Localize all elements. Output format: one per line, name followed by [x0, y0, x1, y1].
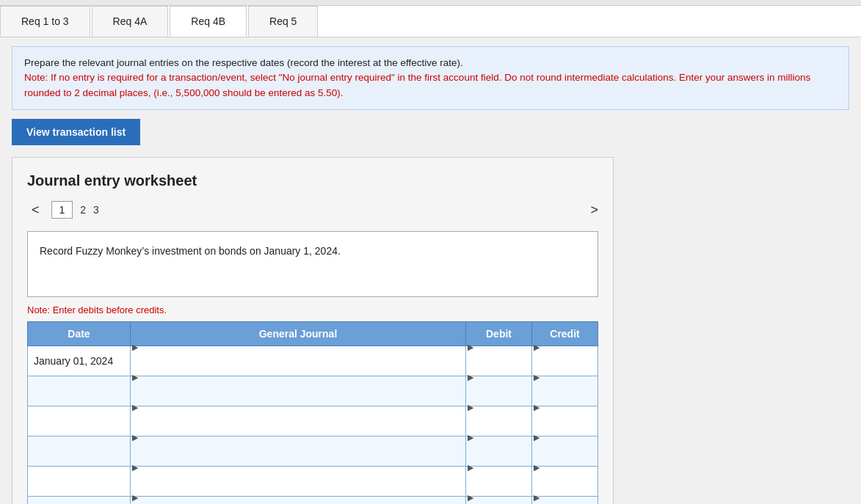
row-1-debit-arrow-icon: ▶ — [466, 343, 475, 351]
current-page-number[interactable]: 1 — [51, 201, 73, 219]
info-note-text: Note: If no entry is required for a tran… — [24, 72, 810, 98]
row-3-credit-arrow-icon: ▶ — [532, 403, 541, 412]
row-2-journal-input[interactable] — [131, 382, 465, 412]
tab-req4b[interactable]: Req 4B — [170, 6, 247, 37]
tab-req4a[interactable]: Req 4A — [92, 6, 169, 37]
row-1-debit-input[interactable] — [466, 352, 531, 381]
table-body: January 01, 2024 ▶ ▶ ▶ ▶ — [28, 346, 598, 504]
row-5-journal-input[interactable] — [131, 472, 465, 502]
row-2-credit-input[interactable] — [532, 382, 597, 412]
row-3-credit-input[interactable] — [532, 412, 597, 442]
table-header: Date General Journal Debit Credit — [28, 321, 598, 346]
page-navigation: < 1 2 3 > — [27, 201, 598, 219]
header-general-journal: General Journal — [131, 321, 466, 346]
tab-req1to3[interactable]: Req 1 to 3 — [0, 6, 90, 37]
view-transaction-button[interactable]: View transaction list — [12, 119, 140, 145]
row-4-credit-input[interactable] — [532, 442, 597, 472]
header-debit: Debit — [466, 321, 532, 346]
row-3-debit-input[interactable] — [466, 412, 531, 442]
tab-req5[interactable]: Req 5 — [248, 6, 318, 37]
row-2-debit-input[interactable] — [466, 382, 531, 412]
row-5-debit-arrow-icon: ▶ — [466, 463, 475, 472]
worksheet-container: Journal entry worksheet < 1 2 3 > Record… — [12, 157, 614, 504]
row-4-arrow-icon: ▶ — [131, 433, 139, 442]
row-6-debit-arrow-icon: ▶ — [466, 493, 475, 502]
row-3-arrow-icon: ▶ — [131, 403, 139, 412]
header-credit: Credit — [532, 321, 598, 346]
worksheet-title: Journal entry worksheet — [27, 172, 598, 189]
row-5-arrow-icon: ▶ — [131, 463, 139, 472]
prev-page-button[interactable]: < — [27, 201, 44, 219]
row-2-arrow-icon: ▶ — [131, 373, 139, 381]
row-2-credit-arrow-icon: ▶ — [532, 373, 541, 381]
row-4-journal-input[interactable] — [131, 442, 465, 472]
table-row: January 01, 2024 ▶ ▶ ▶ — [28, 346, 598, 376]
row-1-debit[interactable]: ▶ — [466, 346, 532, 376]
row-4-debit-input[interactable] — [466, 442, 531, 472]
row-1-arrow-icon: ▶ — [131, 343, 139, 351]
info-main-text: Prepare the relevant journal entries on … — [24, 57, 463, 68]
row-1-credit[interactable]: ▶ — [532, 346, 598, 376]
row-6-credit-arrow-icon: ▶ — [532, 493, 541, 502]
row-1-credit-arrow-icon: ▶ — [532, 343, 541, 351]
row-6-arrow-icon: ▶ — [131, 493, 139, 502]
header-date: Date — [28, 321, 131, 346]
row-4-date — [28, 436, 131, 466]
row-5-date — [28, 466, 131, 496]
row-4-credit-arrow-icon: ▶ — [532, 433, 541, 442]
page-2-number[interactable]: 2 — [80, 204, 86, 216]
row-1-journal[interactable]: ▶ — [131, 346, 466, 376]
row-1-date: January 01, 2024 — [28, 346, 131, 376]
info-box: Prepare the relevant journal entries on … — [12, 46, 849, 110]
page-3-number[interactable]: 3 — [93, 204, 99, 216]
row-2-date — [28, 376, 131, 406]
top-bar — [0, 0, 861, 6]
tabs-container: Req 1 to 3 Req 4A Req 4B Req 5 — [0, 6, 861, 37]
next-page-button[interactable]: > — [590, 202, 598, 218]
entry-description: Record Fuzzy Monkey’s investment on bond… — [27, 231, 598, 297]
debit-credit-note: Note: Enter debits before credits. — [27, 304, 598, 315]
row-5-debit-input[interactable] — [466, 472, 531, 502]
row-3-debit-arrow-icon: ▶ — [466, 403, 475, 412]
row-1-journal-input[interactable] — [131, 352, 465, 381]
row-4-debit-arrow-icon: ▶ — [466, 433, 475, 442]
row-2-debit-arrow-icon: ▶ — [466, 373, 475, 381]
row-1-credit-input[interactable] — [532, 352, 597, 381]
row-3-date — [28, 406, 131, 436]
journal-table: Date General Journal Debit Credit Januar… — [27, 321, 598, 504]
row-6-date — [28, 496, 131, 504]
row-5-credit-input[interactable] — [532, 472, 597, 502]
row-3-journal-input[interactable] — [131, 412, 465, 442]
row-5-credit-arrow-icon: ▶ — [532, 463, 541, 472]
